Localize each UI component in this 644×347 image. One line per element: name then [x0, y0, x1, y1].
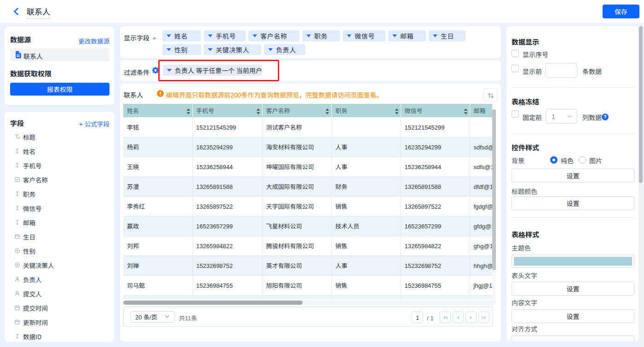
- svg-text:?: ?: [604, 114, 606, 119]
